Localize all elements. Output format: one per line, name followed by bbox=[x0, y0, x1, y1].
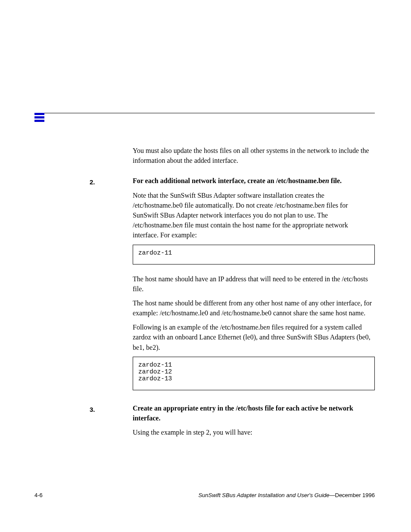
example-lead: Following is an example of the /etc/host… bbox=[133, 324, 267, 331]
header-rule bbox=[34, 113, 375, 113]
paragraph-example-intro: Following is an example of the /etc/host… bbox=[133, 322, 375, 352]
doc-title: SunSwift SBus Adapter Installation and U… bbox=[198, 492, 329, 498]
var-n: n bbox=[325, 177, 329, 184]
step-2-lead: For each additional network interface, c… bbox=[133, 177, 325, 184]
code-block-2: zardoz-11 zardoz-12 zardoz-13 bbox=[133, 357, 375, 390]
var-n: n bbox=[321, 202, 324, 209]
svg-rect-1 bbox=[34, 116, 44, 118]
svg-rect-0 bbox=[34, 113, 44, 115]
footer: 4-6 SunSwift SBus Adapter Installation a… bbox=[34, 492, 375, 498]
step-2-note: Note that the SunSwift SBus Adapter soft… bbox=[133, 190, 375, 240]
var-n: n bbox=[179, 221, 183, 229]
code-block-1: zardoz-11 bbox=[133, 245, 375, 264]
var-n: n bbox=[267, 324, 270, 331]
hamburger-icon bbox=[34, 112, 47, 124]
paragraph: You must also update the hosts files on … bbox=[133, 146, 375, 165]
step-2-text: For each additional network interface, c… bbox=[133, 176, 375, 186]
step-3-text: Create an appropriate entry in the /etc/… bbox=[133, 403, 375, 423]
step-3-bold: Create an appropriate entry in the /etc/… bbox=[133, 404, 353, 422]
paragraph-ip: The host name should have an IP address … bbox=[133, 274, 375, 294]
step-marker-3: 3. bbox=[34, 403, 133, 413]
step-2-cont: Do not create /etc/hostname.be bbox=[234, 202, 321, 209]
footer-right: SunSwift SBus Adapter Installation and U… bbox=[198, 492, 375, 498]
step-marker-2: 2. bbox=[34, 176, 133, 186]
doc-date: —December 1996 bbox=[330, 492, 375, 498]
page-number: 4-6 bbox=[34, 492, 43, 498]
step-3-followup: Using the example in step 2, you will ha… bbox=[133, 427, 375, 437]
step-2-tail: file. bbox=[329, 177, 342, 184]
paragraph-hostname-diff: The host name should be different from a… bbox=[133, 298, 375, 318]
svg-rect-2 bbox=[34, 120, 44, 122]
